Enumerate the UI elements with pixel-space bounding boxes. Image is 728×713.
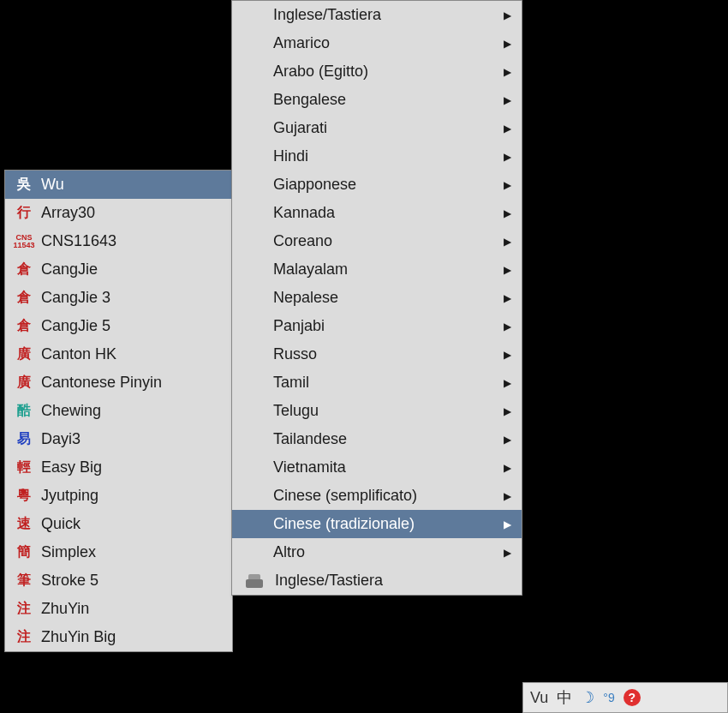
ime-item-wu[interactable]: 吳Wu xyxy=(5,171,232,199)
language-item-inglese-tastiera[interactable]: Inglese/Tastiera▶ xyxy=(232,1,522,29)
ime-icon: 廣 xyxy=(12,373,36,393)
ime-item-quick[interactable]: 速Quick xyxy=(5,510,232,538)
submenu-arrow-icon: ▶ xyxy=(504,264,511,276)
ime-label: Cantonese Pinyin xyxy=(41,374,222,392)
language-item-nepalese[interactable]: Nepalese▶ xyxy=(232,284,522,312)
ime-label: Array30 xyxy=(41,204,222,222)
language-item-kannada[interactable]: Kannada▶ xyxy=(232,199,522,227)
ime-label: ZhuYin Big xyxy=(41,628,222,646)
input-method-submenu: 吳Wu行Array30CNS11543CNS11643倉CangJie倉Cang… xyxy=(4,170,233,652)
language-label: Tailandese xyxy=(273,430,486,448)
ime-label: Jyutping xyxy=(41,487,222,505)
language-item-gujarati[interactable]: Gujarati▶ xyxy=(232,114,522,142)
language-item-cinese-semplificato-[interactable]: Cinese (semplificato)▶ xyxy=(232,482,522,510)
language-label: Vietnamita xyxy=(273,458,486,476)
language-item-amarico[interactable]: Amarico▶ xyxy=(232,29,522,57)
ime-icon: 倉 xyxy=(12,260,36,280)
language-item-bengalese[interactable]: Bengalese▶ xyxy=(232,86,522,114)
language-item-tailandese[interactable]: Tailandese▶ xyxy=(232,425,522,453)
ime-item-cns11643[interactable]: CNS11543CNS11643 xyxy=(5,227,232,255)
ime-item-jyutping[interactable]: 粵Jyutping xyxy=(5,482,232,510)
submenu-arrow-icon: ▶ xyxy=(504,434,511,446)
ime-icon: 輕 xyxy=(12,458,36,478)
ime-item-cangjie[interactable]: 倉CangJie xyxy=(5,255,232,284)
language-item-altro[interactable]: Altro▶ xyxy=(232,538,522,566)
language-label: Giapponese xyxy=(273,176,486,194)
keyboard-icon xyxy=(239,571,270,591)
language-label: Russo xyxy=(273,345,486,363)
ime-item-canton-hk[interactable]: 廣Canton HK xyxy=(5,340,232,368)
ime-label: CangJie 3 xyxy=(41,289,222,307)
language-label: Amarico xyxy=(273,34,486,52)
language-item-arabo-egitto-[interactable]: Arabo (Egitto)▶ xyxy=(232,57,522,86)
taskbar-help-icon[interactable]: ? xyxy=(624,689,641,706)
submenu-arrow-icon: ▶ xyxy=(504,292,511,304)
language-item-giapponese[interactable]: Giapponese▶ xyxy=(232,171,522,199)
submenu-arrow-icon: ▶ xyxy=(504,9,511,21)
language-item-cinese-tradizionale-[interactable]: Cinese (tradizionale)▶ xyxy=(232,510,522,538)
language-menu: Inglese/Tastiera▶Amarico▶Arabo (Egitto)▶… xyxy=(231,0,522,596)
submenu-arrow-icon: ▶ xyxy=(504,38,511,50)
submenu-arrow-icon: ▶ xyxy=(504,123,511,135)
submenu-arrow-icon: ▶ xyxy=(504,377,511,389)
ime-label: Canton HK xyxy=(41,345,222,363)
ime-item-easy-big[interactable]: 輕Easy Big xyxy=(5,453,232,482)
language-item-vietnamita[interactable]: Vietnamita▶ xyxy=(232,453,522,482)
ime-item-zhuyin-big[interactable]: 注ZhuYin Big xyxy=(5,623,232,651)
submenu-arrow-icon: ▶ xyxy=(504,151,511,163)
ime-item-cangjie-3[interactable]: 倉CangJie 3 xyxy=(5,284,232,312)
taskbar-ime-label[interactable]: Vu xyxy=(530,689,548,707)
ime-label: Simplex xyxy=(41,543,222,561)
submenu-arrow-icon: ▶ xyxy=(504,179,511,191)
submenu-arrow-icon: ▶ xyxy=(504,207,511,219)
language-item-malayalam[interactable]: Malayalam▶ xyxy=(232,255,522,284)
ime-label: Wu xyxy=(41,176,222,194)
ime-label: CangJie 5 xyxy=(41,317,222,335)
ime-icon: 注 xyxy=(12,599,36,620)
ime-label: ZhuYin xyxy=(41,600,222,618)
language-item-inglese-tastiera[interactable]: Inglese/Tastiera xyxy=(232,566,522,595)
ime-icon: 廣 xyxy=(12,345,36,365)
language-label: Bengalese xyxy=(273,91,486,109)
ime-item-array30[interactable]: 行Array30 xyxy=(5,199,232,227)
language-item-telugu[interactable]: Telugu▶ xyxy=(232,397,522,425)
ime-icon: 簡 xyxy=(12,542,36,563)
ime-icon: 行 xyxy=(12,203,36,224)
ime-item-zhuyin[interactable]: 注ZhuYin xyxy=(5,595,232,623)
language-item-hindi[interactable]: Hindi▶ xyxy=(232,142,522,171)
ime-icon: 酷 xyxy=(12,401,36,422)
language-label: Hindi xyxy=(273,147,486,165)
ime-label: Dayi3 xyxy=(41,430,222,448)
ime-item-dayi3[interactable]: 易Dayi3 xyxy=(5,425,232,453)
ime-icon: 倉 xyxy=(12,316,36,337)
taskbar-mode-icon[interactable]: 中 xyxy=(557,687,572,708)
submenu-arrow-icon: ▶ xyxy=(504,547,511,559)
language-item-russo[interactable]: Russo▶ xyxy=(232,340,522,368)
language-label: Gujarati xyxy=(273,119,486,137)
ime-icon: 速 xyxy=(12,514,36,535)
language-label: Altro xyxy=(273,543,486,561)
language-item-tamil[interactable]: Tamil▶ xyxy=(232,368,522,397)
ime-taskbar: Vu 中 ☽ °9 ? xyxy=(522,682,728,713)
submenu-arrow-icon: ▶ xyxy=(504,349,511,361)
taskbar-moon-icon[interactable]: ☽ xyxy=(581,688,594,707)
submenu-arrow-icon: ▶ xyxy=(504,321,511,333)
language-label: Nepalese xyxy=(273,289,486,307)
ime-icon: 注 xyxy=(12,627,36,648)
ime-item-simplex[interactable]: 簡Simplex xyxy=(5,538,232,566)
language-label: Malayalam xyxy=(273,261,486,279)
ime-icon: 易 xyxy=(12,429,36,450)
ime-label: Easy Big xyxy=(41,458,222,476)
ime-item-stroke-5[interactable]: 筆Stroke 5 xyxy=(5,566,232,595)
ime-item-cantonese-pinyin[interactable]: 廣Cantonese Pinyin xyxy=(5,368,232,397)
language-label: Arabo (Egitto) xyxy=(273,63,486,81)
language-label: Tamil xyxy=(273,374,486,392)
taskbar-toggle-icon[interactable]: °9 xyxy=(603,691,614,704)
language-label: Cinese (tradizionale) xyxy=(273,515,486,533)
ime-item-chewing[interactable]: 酷Chewing xyxy=(5,397,232,425)
ime-item-cangjie-5[interactable]: 倉CangJie 5 xyxy=(5,312,232,340)
language-item-panjabi[interactable]: Panjabi▶ xyxy=(232,312,522,340)
submenu-arrow-icon: ▶ xyxy=(504,518,511,530)
language-item-coreano[interactable]: Coreano▶ xyxy=(232,227,522,255)
ime-label: Chewing xyxy=(41,402,222,420)
